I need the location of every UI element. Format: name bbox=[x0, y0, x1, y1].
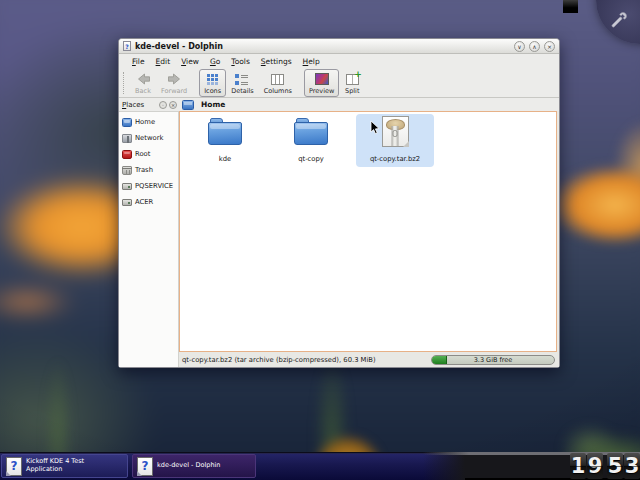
file-name: qt-copy bbox=[298, 155, 324, 163]
columns-view-button[interactable]: Columns bbox=[259, 69, 297, 97]
split-icon: + bbox=[346, 74, 359, 85]
main-area: Home kde qt-copy qt-cop bbox=[179, 98, 559, 367]
disk-capacity-bar: 3.3 GiB free bbox=[431, 355, 555, 365]
folder-icon bbox=[208, 118, 242, 145]
icons-label: Icons bbox=[204, 87, 221, 95]
places-title: Places bbox=[122, 101, 144, 109]
file-item-qt-copy-tar-bz2[interactable]: qt-copy.tar.bz2 bbox=[356, 114, 434, 167]
window-title: kde-devel - Dolphin bbox=[135, 42, 223, 51]
file-name: qt-copy.tar.bz2 bbox=[370, 155, 420, 163]
task-kickoff[interactable]: ? Kickoff KDE 4 Test Application bbox=[1, 454, 128, 478]
back-label: Back bbox=[135, 87, 151, 95]
place-home[interactable]: Home bbox=[119, 114, 178, 130]
menu-settings[interactable]: Settings bbox=[261, 57, 292, 66]
place-network[interactable]: Network bbox=[119, 130, 178, 146]
free-space-label: 3.3 GiB free bbox=[432, 356, 554, 364]
menu-go[interactable]: Go bbox=[210, 57, 220, 66]
clock-digit: 1 bbox=[570, 453, 586, 479]
clock-digit: 9 bbox=[587, 453, 603, 479]
preview-button[interactable]: Preview bbox=[304, 69, 339, 97]
question-mark-app-icon: ? bbox=[137, 457, 153, 476]
place-trash[interactable]: Trash bbox=[119, 162, 178, 178]
toolbar-drag-handle[interactable] bbox=[123, 72, 127, 94]
split-label: Split bbox=[345, 87, 359, 95]
place-label: Network bbox=[135, 134, 163, 142]
wrench-icon bbox=[607, 10, 629, 32]
mouse-cursor bbox=[370, 120, 380, 135]
task-dolphin[interactable]: ? kde-devel - Dolphin bbox=[132, 454, 256, 478]
icons-view-icon bbox=[207, 74, 218, 85]
menu-tools[interactable]: Tools bbox=[231, 57, 249, 66]
close-panel-button[interactable]: × bbox=[169, 101, 177, 109]
place-label: Trash bbox=[135, 166, 153, 174]
places-list: Home Network Root Trash bbox=[119, 111, 179, 367]
icons-view-button[interactable]: Icons bbox=[199, 69, 226, 97]
places-panel-header: Places ◦ × bbox=[119, 98, 179, 111]
file-item-kde[interactable]: kde bbox=[186, 114, 264, 167]
back-button[interactable]: Back bbox=[130, 69, 156, 97]
breadcrumb-home[interactable]: Home bbox=[201, 100, 225, 109]
statusbar: qt-copy.tar.bz2 (tar archive (bzip-compr… bbox=[179, 352, 559, 367]
minimize-button[interactable]: ∨ bbox=[514, 41, 525, 52]
folder-icon bbox=[294, 118, 328, 145]
place-root[interactable]: Root bbox=[119, 146, 178, 162]
clock-digit: 5 bbox=[607, 453, 623, 479]
columns-view-icon bbox=[271, 74, 284, 85]
task-label: kde-devel - Dolphin bbox=[157, 462, 220, 470]
place-label: Root bbox=[135, 150, 150, 158]
places-panel: Places ◦ × Home Network Root bbox=[119, 98, 179, 367]
file-view[interactable]: kde qt-copy qt-copy.tar.bz2 bbox=[179, 111, 557, 352]
place-label: PQSERVICE bbox=[135, 182, 173, 190]
place-pqservice[interactable]: PQSERVICE bbox=[119, 178, 178, 194]
taskbar-panel: ? Kickoff KDE 4 Test Application ? kde-d… bbox=[0, 452, 640, 480]
trash-icon bbox=[122, 166, 132, 175]
digital-clock[interactable]: 1 9 5 3 bbox=[570, 453, 640, 479]
place-acer[interactable]: ACER bbox=[119, 194, 178, 210]
file-item-qt-copy[interactable]: qt-copy bbox=[272, 114, 350, 167]
top-black-widget bbox=[563, 0, 578, 13]
preview-icon bbox=[315, 73, 329, 85]
details-view-button[interactable]: Details bbox=[226, 69, 259, 97]
menu-view[interactable]: View bbox=[181, 57, 199, 66]
dolphin-window: ? kde-devel - Dolphin ∨ ∧ × File Edit Vi… bbox=[118, 38, 560, 368]
maximize-button[interactable]: ∧ bbox=[529, 41, 540, 52]
status-info: qt-copy.tar.bz2 (tar archive (bzip-compr… bbox=[182, 356, 376, 364]
hard-drive-icon bbox=[122, 199, 132, 206]
task-label: Kickoff KDE 4 Test Application bbox=[26, 458, 84, 474]
menu-file[interactable]: File bbox=[132, 57, 145, 66]
details-view-icon bbox=[235, 74, 249, 85]
file-name: kde bbox=[219, 155, 231, 163]
network-icon bbox=[122, 134, 132, 143]
home-icon bbox=[122, 118, 132, 127]
archive-icon bbox=[382, 116, 409, 147]
home-folder-icon bbox=[182, 100, 194, 110]
titlebar[interactable]: ? kde-devel - Dolphin ∨ ∧ × bbox=[119, 39, 559, 54]
breadcrumb[interactable]: Home bbox=[179, 98, 559, 111]
menubar: File Edit View Go Tools Settings Help bbox=[119, 54, 559, 68]
columns-label: Columns bbox=[264, 87, 292, 95]
desktop: ? kde-devel - Dolphin ∨ ∧ × File Edit Vi… bbox=[0, 0, 640, 480]
menu-edit[interactable]: Edit bbox=[156, 57, 171, 66]
arrow-right-icon bbox=[167, 73, 182, 85]
close-button[interactable]: × bbox=[544, 41, 555, 52]
float-panel-button[interactable]: ◦ bbox=[159, 101, 167, 109]
clock-digit: 3 bbox=[624, 453, 640, 479]
forward-label: Forward bbox=[161, 87, 187, 95]
toolbar: Back Forward Icons Details bbox=[119, 68, 559, 98]
split-button[interactable]: + Split bbox=[339, 69, 365, 97]
place-label: ACER bbox=[135, 198, 153, 206]
forward-button[interactable]: Forward bbox=[156, 69, 192, 97]
menu-help[interactable]: Help bbox=[303, 57, 320, 66]
question-mark-app-icon: ? bbox=[6, 457, 22, 476]
preview-label: Preview bbox=[309, 87, 334, 95]
root-folder-icon bbox=[122, 150, 132, 159]
window-icon: ? bbox=[123, 41, 131, 51]
arrow-left-icon bbox=[136, 73, 151, 85]
place-label: Home bbox=[135, 118, 155, 126]
details-label: Details bbox=[231, 87, 254, 95]
hard-drive-icon bbox=[122, 183, 132, 190]
